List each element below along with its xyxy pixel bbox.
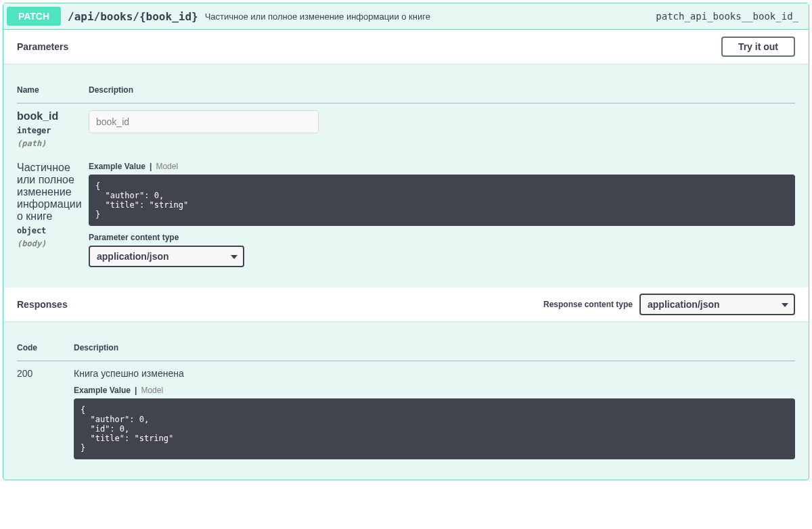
operation-description: Частичное или полное изменение информаци…	[205, 12, 656, 22]
content-type-label: Parameter content type	[89, 233, 795, 242]
responses-table: Code Description 200 Книга успешно измен…	[17, 335, 795, 466]
operation-block: PATCH /api/books/{book_id} Частичное или…	[3, 3, 809, 480]
param-in: (body)	[17, 239, 89, 248]
try-it-out-button[interactable]: Try it out	[721, 37, 795, 57]
tab-model[interactable]: Model	[156, 162, 178, 171]
parameters-heading: Parameters	[17, 41, 68, 52]
response-description: Книга успешно изменена	[74, 368, 795, 379]
responses-header: Responses Response content type applicat…	[3, 288, 809, 321]
column-description: Description	[74, 335, 795, 361]
param-in: (path)	[17, 139, 89, 148]
column-code: Code	[17, 335, 74, 361]
operation-id: patch_api_books__book_id_	[656, 11, 805, 22]
tab-model[interactable]: Model	[141, 386, 163, 395]
tab-example-value[interactable]: Example Value	[74, 386, 131, 395]
responses-heading: Responses	[17, 299, 68, 310]
model-tabs: Example Value | Model	[89, 162, 795, 171]
param-type: object	[17, 223, 89, 239]
column-description: Description	[89, 77, 795, 104]
param-name: book_id	[17, 110, 89, 122]
example-code: { "author": 0, "title": "string" }	[89, 175, 795, 226]
parameters-section: Name Description book_id integer (path)	[3, 64, 809, 288]
response-content-type-select-wrap: application/json	[639, 294, 795, 315]
parameter-row: book_id integer (path)	[17, 104, 795, 156]
responses-section: Code Description 200 Книга успешно измен…	[3, 321, 809, 480]
response-content-type: Response content type application/json	[543, 294, 795, 315]
parameter-row: Частичное или полное изменение информаци…	[17, 155, 795, 274]
response-content-type-select[interactable]: application/json	[639, 294, 795, 315]
operation-body: Parameters Try it out Name Description b…	[3, 30, 809, 480]
param-input-book-id[interactable]	[89, 110, 319, 133]
example-code: { "author": 0, "id": 0, "title": "string…	[74, 398, 795, 459]
parameters-table: Name Description book_id integer (path)	[17, 77, 795, 274]
content-type-select-wrap: application/json	[89, 246, 244, 267]
tab-example-value[interactable]: Example Value	[89, 162, 145, 171]
response-row: 200 Книга успешно изменена Example Value…	[17, 361, 795, 467]
parameters-header: Parameters Try it out	[3, 30, 809, 64]
operation-path: /api/books/{book_id}	[61, 10, 205, 23]
operation-summary[interactable]: PATCH /api/books/{book_id} Частичное или…	[3, 3, 809, 30]
model-tabs: Example Value | Model	[74, 386, 795, 395]
param-content-type-select[interactable]: application/json	[89, 246, 244, 267]
tab-separator: |	[135, 386, 137, 395]
response-code: 200	[17, 361, 74, 467]
tab-separator: |	[150, 162, 152, 171]
column-name: Name	[17, 77, 89, 104]
param-type: integer	[17, 122, 89, 139]
method-badge: PATCH	[7, 7, 61, 26]
response-content-type-label: Response content type	[543, 300, 633, 309]
param-name: Частичное или полное изменение информаци…	[17, 162, 89, 223]
